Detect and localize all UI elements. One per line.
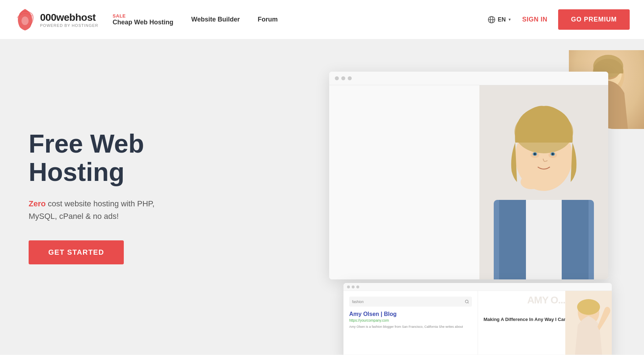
browser-dot-1: [335, 76, 339, 80]
lang-dropdown-arrow[interactable]: ▼: [508, 18, 512, 21]
search-icon: [465, 299, 469, 304]
card-right: AMY O... Making A Difference In Any Way …: [478, 291, 612, 355]
globe-icon: [488, 16, 496, 24]
browser-window-second: fashion Amy Olsen | Blog https://yourcom…: [343, 283, 612, 355]
dot-s3: [356, 286, 359, 288]
logo-text-block: 000webhost POWERED BY HOSTINGER: [40, 12, 98, 28]
header-right: EN ▼ SIGN IN GO PREMIUM: [488, 9, 630, 30]
card-left: fashion Amy Olsen | Blog https://yourcom…: [343, 291, 478, 355]
logo-area[interactable]: 000webhost POWERED BY HOSTINGER: [14, 7, 98, 32]
card-person-svg: [565, 291, 612, 355]
lang-code: EN: [498, 16, 506, 23]
browser-dot-3: [348, 76, 352, 80]
dot-s2: [352, 286, 355, 288]
logo-name: 000webhost: [40, 12, 98, 23]
nav-sale-label: SALE: [113, 13, 174, 19]
hero-visual: fashion Amy Olsen | Blog https://yourcom…: [322, 50, 644, 355]
cards-area: fashion Amy Olsen | Blog https://yourcom…: [343, 291, 612, 355]
lang-selector[interactable]: EN ▼: [488, 16, 511, 24]
nav-item-sale[interactable]: SALE Cheap Web Hosting: [113, 13, 174, 26]
search-bar: fashion: [349, 297, 472, 307]
browser-toolbar-second: [343, 283, 612, 291]
hero-subtitle: Zero cost website hosting with PHP, MySQ…: [29, 197, 172, 222]
dot-s1: [347, 286, 350, 288]
main-person-image: [479, 85, 608, 279]
svg-rect-12: [526, 200, 562, 279]
card-person-image: [565, 291, 612, 355]
nav-cheap-hosting: Cheap Web Hosting: [113, 19, 174, 26]
svg-point-26: [577, 299, 600, 315]
svg-point-22: [465, 300, 468, 303]
hero-title: Free Web Hosting: [29, 130, 172, 186]
logo-icon: [14, 7, 36, 32]
svg-line-23: [468, 302, 468, 303]
svg-point-20: [552, 153, 554, 155]
hero-section: Free Web Hosting Zero cost website hosti…: [0, 39, 644, 355]
go-premium-button[interactable]: GO PREMIUM: [558, 9, 630, 30]
svg-point-0: [21, 16, 29, 25]
header: 000webhost POWERED BY HOSTINGER SALE Che…: [0, 0, 644, 39]
sign-in-button[interactable]: SIGN IN: [522, 16, 547, 23]
search-text: fashion: [352, 300, 364, 304]
browser-dot-2: [341, 76, 345, 80]
main-nav: SALE Cheap Web Hosting Website Builder F…: [113, 13, 488, 26]
browser-content-main: [329, 85, 608, 279]
card-name-watermark: AMY O...: [527, 294, 565, 306]
blog-title: Amy Olsen | Blog: [349, 311, 472, 317]
hero-zero-text: Zero: [29, 199, 46, 208]
blog-url: https://yourcompany.com: [349, 318, 472, 322]
browser-window-main: [329, 72, 608, 279]
svg-point-19: [534, 153, 536, 155]
nav-website-builder[interactable]: Website Builder: [191, 16, 240, 23]
logo-powered: POWERED BY HOSTINGER: [40, 23, 98, 28]
browser-toolbar-main: [329, 72, 608, 85]
nav-forum[interactable]: Forum: [258, 16, 278, 23]
get-started-button[interactable]: GET STARTED: [29, 240, 124, 264]
hero-content: Free Web Hosting Zero cost website hosti…: [0, 101, 200, 293]
hero-subtitle-rest: cost website hosting with PHP, MySQL, cP…: [29, 199, 155, 221]
blog-desc: Amy Olsen is a fashion blogger from San …: [349, 325, 472, 330]
person-svg-main: [479, 85, 608, 279]
